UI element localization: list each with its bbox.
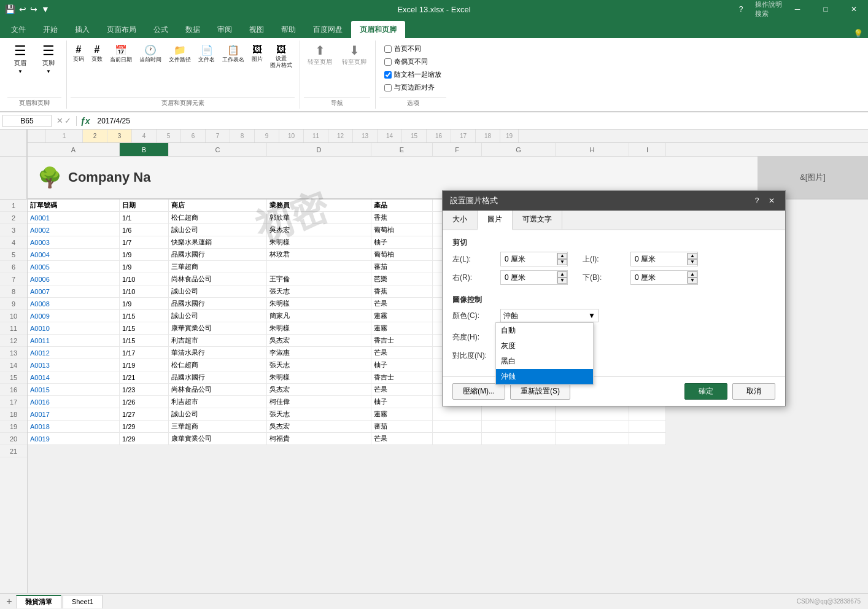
col-header-C[interactable]: C (169, 143, 267, 156)
color-option-bw[interactable]: 黑白 (496, 354, 593, 369)
tab-view[interactable]: 视图 (241, 21, 273, 38)
cell-e12[interactable]: 香吉士 (371, 335, 433, 347)
cell-d12[interactable]: 吳杰宏 (267, 335, 371, 347)
cell-b15[interactable]: 1/21 (120, 371, 169, 384)
crop-left-down[interactable]: ▼ (557, 259, 567, 265)
cell-d7[interactable]: 王宇倫 (267, 273, 371, 285)
cell-c3[interactable]: 誠山公司 (169, 224, 267, 236)
col-header-B[interactable]: B (120, 143, 169, 156)
col-header-E[interactable]: E (371, 143, 433, 156)
tab-header-footer[interactable]: 页眉和页脚 (351, 21, 405, 38)
undo-icon[interactable]: ↩ (19, 4, 26, 14)
cell-c14[interactable]: 松仁超商 (169, 359, 267, 371)
format-picture-dialog[interactable]: 設置圖片格式 ? ✕ 大小 圖片 可選文字 剪切 左(L): (442, 190, 786, 406)
crop-right-up[interactable]: ▲ (557, 271, 567, 277)
cell-e11[interactable]: 蓮霧 (371, 322, 433, 335)
page-num-button[interactable]: # 页码 (71, 43, 87, 64)
cell-b13[interactable]: 1/17 (120, 347, 169, 359)
cell-c13[interactable]: 華清水果行 (169, 347, 267, 359)
dialog-tab-picture[interactable]: 圖片 (478, 211, 513, 230)
cell-b12[interactable]: 1/15 (120, 335, 169, 347)
current-date-button[interactable]: 📅 当前日期 (107, 43, 134, 65)
cell-a18[interactable]: A0017 (28, 408, 120, 421)
cell-b6[interactable]: 1/9 (120, 261, 169, 273)
crop-right-down[interactable]: ▼ (557, 277, 567, 284)
customize-icon[interactable]: ▼ (41, 4, 50, 14)
cell-c19[interactable]: 三華超商 (169, 421, 267, 433)
first-page-diff-checkbox[interactable] (384, 45, 392, 53)
formula-input[interactable] (96, 115, 866, 126)
col-header-I[interactable]: I (629, 143, 666, 156)
dialog-tab-alt-text[interactable]: 可選文字 (513, 211, 562, 230)
col-header-H[interactable]: H (556, 143, 629, 156)
cell-c7[interactable]: 尚林食品公司 (169, 273, 267, 285)
cell-d13[interactable]: 李淑惠 (267, 347, 371, 359)
redo-icon[interactable]: ↪ (30, 4, 37, 14)
sheet-name-button[interactable]: 📋 工作表名 (220, 43, 247, 65)
sheet-tab-groceries[interactable]: 雜貨清單 (16, 595, 61, 608)
crop-top-input[interactable] (631, 252, 686, 266)
col-header-D[interactable]: D (267, 143, 371, 156)
cell-e10[interactable]: 蓮霧 (371, 310, 433, 322)
cell-d19[interactable]: 吳杰宏 (267, 421, 371, 433)
cell-d17[interactable]: 柯佳偉 (267, 396, 371, 408)
cell-d18[interactable]: 張天志 (267, 408, 371, 421)
cell-c17[interactable]: 利吉超市 (169, 396, 267, 408)
tab-file[interactable]: 文件 (2, 21, 34, 38)
cell-e18[interactable]: 蓮霧 (371, 408, 433, 421)
cell-c16[interactable]: 尚林食品公司 (169, 384, 267, 396)
cell-a15[interactable]: A0014 (28, 371, 120, 384)
cell-c12[interactable]: 利吉超市 (169, 335, 267, 347)
cell-a4[interactable]: A0003 (28, 236, 120, 249)
tab-insert[interactable]: 插入 (66, 21, 98, 38)
help-icon[interactable]: ? (727, 0, 755, 18)
cell-a19[interactable]: A0018 (28, 421, 120, 433)
cell-c20[interactable]: 康華實業公司 (169, 433, 267, 445)
cell-c8[interactable]: 誠山公司 (169, 285, 267, 298)
header-cell-product[interactable]: 產品 (371, 200, 433, 212)
cell-e14[interactable]: 柚子 (371, 359, 433, 371)
cell-a12[interactable]: A0011 (28, 335, 120, 347)
cell-reference-input[interactable] (2, 115, 52, 127)
cell-e4[interactable]: 柚子 (371, 236, 433, 249)
cell-d5[interactable]: 林玫君 (267, 249, 371, 261)
format-picture-button[interactable]: 🖼 设置图片格式 (268, 43, 295, 70)
cell-a16[interactable]: A0015 (28, 384, 120, 396)
odd-even-diff-checkbox[interactable] (384, 58, 392, 66)
cell-d4[interactable]: 朱明樣 (267, 236, 371, 249)
cell-d6[interactable] (267, 261, 371, 273)
cell-e13[interactable]: 芒果 (371, 347, 433, 359)
cell-b17[interactable]: 1/26 (120, 396, 169, 408)
sheet-tab-sheet1[interactable]: Sheet1 (63, 595, 103, 608)
crop-bottom-up[interactable]: ▲ (688, 271, 697, 277)
cell-b10[interactable]: 1/15 (120, 310, 169, 322)
col-header-F[interactable]: F (433, 143, 482, 156)
cell-d2[interactable]: 郭欣華 (267, 212, 371, 224)
num-pages-button[interactable]: # 页数 (89, 43, 105, 64)
tab-help[interactable]: 帮助 (273, 21, 304, 38)
scale-with-doc-checkbox[interactable] (384, 71, 392, 79)
cell-b11[interactable]: 1/15 (120, 322, 169, 335)
tab-baidu[interactable]: 百度网盘 (304, 21, 351, 38)
cell-d16[interactable]: 吳杰宏 (267, 384, 371, 396)
compress-button[interactable]: 壓縮(M)... (452, 383, 505, 400)
cell-b16[interactable]: 1/23 (120, 384, 169, 396)
cell-b20[interactable]: 1/29 (120, 433, 169, 445)
crop-bottom-spinner[interactable]: ▲ ▼ (630, 270, 698, 285)
cell-b18[interactable]: 1/27 (120, 408, 169, 421)
dialog-tab-size[interactable]: 大小 (443, 211, 478, 230)
crop-left-input[interactable] (501, 252, 556, 266)
close-button[interactable]: ✕ (840, 0, 868, 18)
file-path-button[interactable]: 📁 文件路径 (166, 43, 193, 65)
color-option-auto[interactable]: 自動 (496, 323, 593, 338)
cell-c11[interactable]: 康華實業公司 (169, 322, 267, 335)
cell-e3[interactable]: 葡萄柚 (371, 224, 433, 236)
cell-e15[interactable]: 香吉士 (371, 371, 433, 384)
cell-a7[interactable]: A0006 (28, 273, 120, 285)
file-name-button[interactable]: 📄 文件名 (196, 43, 217, 65)
cell-a13[interactable]: A0012 (28, 347, 120, 359)
tab-page-layout[interactable]: 页面布局 (98, 21, 145, 38)
cell-e17[interactable]: 柚子 (371, 396, 433, 408)
minimize-button[interactable]: ─ (783, 0, 812, 18)
cell-c15[interactable]: 品國水國行 (169, 371, 267, 384)
